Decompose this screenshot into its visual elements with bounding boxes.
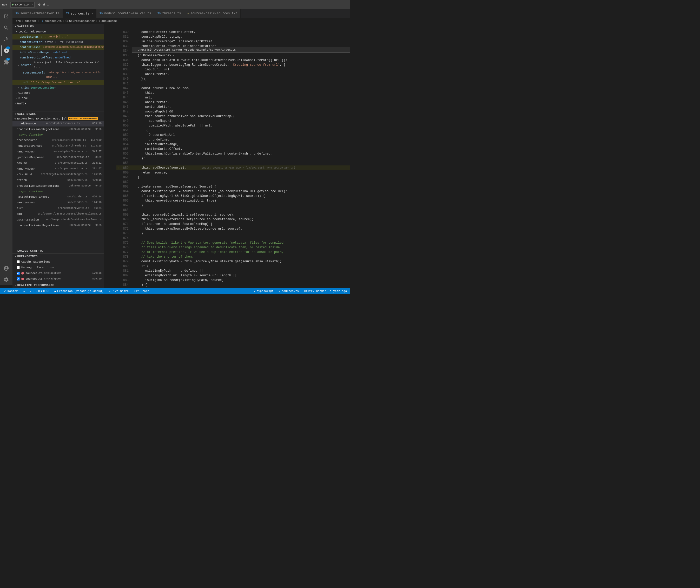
var-this[interactable]: ▸ this: SourceContainer bbox=[12, 85, 104, 90]
line-content: ) { bbox=[132, 283, 350, 287]
callstack-frame[interactable]: processTicksAndRejections Unknown Source… bbox=[12, 183, 104, 189]
chevron-icon: ▾ bbox=[15, 112, 16, 116]
line-content: if (source instanceof SourceFromMap) { bbox=[132, 222, 350, 226]
async-separator: async function bbox=[12, 189, 104, 194]
tab-nodeSourcePathResolver[interactable]: TS nodeSourcePathResolver.ts bbox=[96, 9, 154, 18]
line-number: 846 bbox=[120, 105, 132, 109]
debug-icon[interactable]: 1 bbox=[1, 45, 11, 56]
search-icon[interactable] bbox=[1, 24, 11, 33]
caught-exceptions-checkbox[interactable] bbox=[17, 260, 20, 263]
line-number: 841 bbox=[120, 81, 132, 86]
var-name: sourceMapUrl: bbox=[23, 70, 45, 80]
extensions-icon[interactable]: 1 bbox=[1, 57, 11, 67]
var-inlineSourceRange[interactable]: inlineSourceRange: undefined bbox=[12, 50, 104, 55]
tab-label: sources-basic-sources.txt bbox=[190, 12, 237, 15]
line-number: 842 bbox=[120, 86, 132, 91]
current-file-status[interactable]: ✓ sources.ts bbox=[278, 288, 300, 294]
run-config[interactable]: ▶ Extension ▾ bbox=[10, 2, 35, 8]
realtime-header[interactable]: ▸ REALTIME PERFORMANCE bbox=[12, 283, 104, 288]
var-contentHash[interactable]: contentHash: '169cce9d151a6d58023e123931… bbox=[12, 45, 104, 50]
var-source[interactable]: ▸ source: Source {url: 'file:///app/serv… bbox=[12, 60, 104, 70]
breadcrumb-method[interactable]: addSource bbox=[101, 19, 117, 23]
var-name: this: bbox=[21, 85, 30, 90]
typescript-status[interactable]: ✓ typescript bbox=[253, 288, 275, 294]
chevron-icon: ▸ bbox=[16, 96, 17, 101]
callstack-frame[interactable]: _processResponse src/cdp/connection.ts 3… bbox=[12, 155, 104, 160]
tab-label: sources.ts bbox=[71, 12, 89, 16]
watch-header[interactable]: ▸ WATCH bbox=[12, 101, 104, 106]
breadcrumb-class[interactable]: SourceContainer bbox=[69, 19, 95, 23]
debug-thread[interactable]: ⚙ Extension: Extension Host [0] PAUSED O… bbox=[12, 117, 104, 121]
git-graph[interactable]: Git Graph bbox=[133, 288, 150, 294]
breakpoints-header[interactable]: ▾ BREAKPOINTS bbox=[12, 254, 104, 259]
async-separator: async function bbox=[12, 132, 104, 137]
var-sourceMapUrl[interactable]: sourceMapUrl: 'data:application/json;cha… bbox=[12, 70, 104, 80]
line-number: 866 bbox=[120, 198, 132, 203]
local-scope-label: Local: addSource bbox=[18, 29, 46, 34]
var-runtimeScriptOffset[interactable]: runtimeScriptOffset: undefined bbox=[12, 55, 104, 60]
callstack-frame[interactable]: processTicksAndRejections Unknown Source… bbox=[12, 223, 104, 228]
tab-sources[interactable]: TS sources.ts ✕ bbox=[63, 9, 96, 18]
breadcrumb-adapter[interactable]: adapter bbox=[24, 19, 36, 23]
callstack-frame[interactable]: _startSession src/targets/node/nodeLaunc… bbox=[12, 217, 104, 223]
line-number: 877 bbox=[120, 250, 132, 255]
callstack-frame[interactable]: fire src/common/events.ts 56:21 bbox=[12, 205, 104, 211]
callstack-frame[interactable]: resume src/cdp/connection.ts 213:12 bbox=[12, 160, 104, 166]
screencast-icon[interactable]: 🖥 bbox=[42, 2, 46, 7]
line-number: 879 bbox=[120, 259, 132, 264]
var-value: undefined bbox=[52, 50, 67, 55]
callstack-frame[interactable]: _onScriptParsed src/adapter/threads.ts 1… bbox=[12, 143, 104, 149]
bp-checkbox[interactable] bbox=[17, 277, 20, 280]
var-value: '...nextjs9-...' bbox=[43, 35, 68, 39]
var-value: SourceContainer bbox=[31, 85, 56, 90]
loaded-scripts-header[interactable]: ▸ LOADED SCRIPTS bbox=[12, 248, 104, 253]
callstack-frame[interactable]: attach src/binder.ts 409:18 bbox=[12, 177, 104, 183]
var-value: '169cce9d151a6d58023e123931ab131565fe542… bbox=[41, 45, 104, 50]
line-number: 840 bbox=[120, 77, 132, 81]
live-share[interactable]: ↗ Live Share bbox=[108, 288, 130, 294]
callstack-frame[interactable]: afterBind src/targets/node/nodeTarget.ts… bbox=[12, 172, 104, 177]
var-contentGetter[interactable]: contentGetter: async () => {\r\n const— bbox=[12, 39, 104, 45]
more-icon[interactable]: … bbox=[47, 2, 49, 7]
local-scope[interactable]: ▾ Local: addSource bbox=[12, 29, 104, 34]
callstack-frame[interactable]: createSource src/adapter/threads.ts 1167… bbox=[12, 137, 104, 143]
breadcrumb-file[interactable]: sources.ts bbox=[44, 19, 62, 23]
settings-icon[interactable] bbox=[1, 275, 11, 285]
uncaught-exceptions-checkbox[interactable] bbox=[17, 266, 20, 269]
debug-icon: ▶ bbox=[55, 290, 56, 293]
accounts-icon[interactable] bbox=[1, 263, 11, 273]
variables-header[interactable]: ▾ VARIABLES bbox=[12, 24, 104, 29]
bp-checkbox[interactable] bbox=[17, 272, 20, 275]
var-absolutePath[interactable]: absolutePath: '...nextjs9-...' bbox=[12, 34, 104, 39]
source-control-icon[interactable] bbox=[1, 34, 11, 44]
var-url[interactable]: url: 'file:///app/server/index.ts' bbox=[12, 80, 104, 85]
code-editor[interactable]: 830 contentGetter: ContentGetter,831 sou… bbox=[116, 30, 350, 288]
line-number: 875 bbox=[120, 240, 132, 245]
callstack-frame[interactable]: <anonymous> src/cdp/connection.ts 231:57 bbox=[12, 166, 104, 172]
git-branch[interactable]: ⎇ master bbox=[2, 288, 19, 294]
tab-sources-basic[interactable]: ≡ sources-basic-sources.txt bbox=[184, 9, 240, 18]
line-content: private async _addSource(source: Source)… bbox=[132, 184, 350, 189]
callstack-frame-active[interactable]: → addSource src/adapter/sources.ts 859:1… bbox=[12, 121, 104, 126]
var-global[interactable]: ▸ Global bbox=[12, 96, 104, 101]
line-content: }); bbox=[132, 77, 350, 81]
tab-sourcePathResolver[interactable]: TS sourcePathResolver.ts bbox=[12, 9, 63, 18]
callstack-frame[interactable]: <anonymous> src/adapter/threads.ts 545:5… bbox=[12, 149, 104, 155]
callstack-frame[interactable]: processTicksAndRejections Unknown Source… bbox=[12, 126, 104, 132]
sync-button[interactable]: ↻ bbox=[22, 288, 26, 294]
callstack-header[interactable]: ▾ CALL STACK bbox=[12, 111, 104, 117]
callstack-frame[interactable]: <anonymous> src/binder.ts 174:18 bbox=[12, 200, 104, 205]
line-content: ): Promise<Source> { bbox=[132, 53, 350, 58]
debug-session[interactable]: ▶ Extension (vscode-js-debug) bbox=[54, 288, 105, 294]
breadcrumb-src[interactable]: src bbox=[16, 19, 21, 23]
callstack-section: ▾ CALL STACK ⚙ Extension: Extension Host… bbox=[12, 111, 104, 248]
error-count[interactable]: ✕ 0 ⚠ 0 ℹ 0 38 bbox=[29, 288, 50, 294]
line-number: 873 bbox=[120, 231, 132, 236]
var-closure[interactable]: ▸ Closure bbox=[12, 90, 104, 96]
settings-icon[interactable]: ⚙ bbox=[38, 2, 40, 7]
branch-name: master bbox=[8, 290, 18, 293]
tab-threads[interactable]: TS threads.ts bbox=[154, 9, 184, 18]
callstack-frame[interactable]: add src/common/datastructure/observableM… bbox=[12, 211, 104, 217]
close-icon[interactable]: ✕ bbox=[91, 12, 93, 15]
callstack-frame[interactable]: _attachToNewTargets src/binder.ts 460:14 bbox=[12, 194, 104, 200]
